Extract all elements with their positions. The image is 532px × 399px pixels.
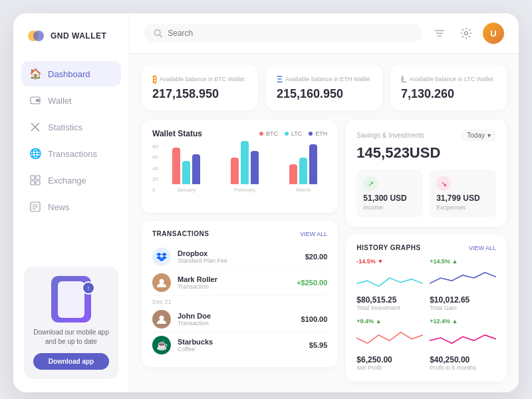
logo-text: GND WALLET xyxy=(51,31,106,41)
sidebar: GND WALLET 🏠 Dashboard Wallet xyxy=(13,13,130,392)
savings-amount: 145,523USD xyxy=(356,144,496,162)
search-bar[interactable] xyxy=(144,24,422,43)
header: U xyxy=(130,13,519,54)
sidebar-item-transactions[interactable]: 🌐 Transactions xyxy=(21,141,121,166)
download-app-button[interactable]: Download app xyxy=(33,353,109,370)
promo-text: Download our mobile app and be up to dat… xyxy=(33,328,109,346)
starbucks-avatar: ☕ xyxy=(152,336,171,354)
history-badge-2: +14.5% ▲ xyxy=(430,258,496,265)
promo-phone-illustration: ↑ xyxy=(51,276,91,323)
history-card: HISTORY GRAPHS VIEW ALL -14.5% ▼ xyxy=(346,235,507,382)
transaction-item-mark: Mark Roller Transaction +$250.00 xyxy=(152,270,327,296)
savings-dropdown[interactable]: Today ▾ xyxy=(462,129,496,142)
history-item-net-profit: +9.4% ▲ $6,250.00 Net Profit xyxy=(356,318,423,371)
eth-amount: 215,160.950 xyxy=(277,87,372,101)
svg-line-15 xyxy=(160,35,162,37)
ltc-balance-card: Ł Available balance in LTC Wallet 7,130.… xyxy=(390,65,507,110)
savings-card: Savings & Investments Today ▾ 145,523USD… xyxy=(346,120,507,227)
john-avatar xyxy=(152,310,171,329)
sidebar-item-label: Dashboard xyxy=(48,69,90,79)
svg-rect-9 xyxy=(36,181,40,185)
legend-eth: ETH xyxy=(309,130,327,137)
expense-label: Excpenses xyxy=(436,204,489,211)
mark-avatar xyxy=(152,273,171,292)
person-icon xyxy=(156,277,168,289)
transaction-item-dropbox: Dropbox Standard Plan Fee $20.00 xyxy=(152,244,327,270)
transactions-view-all[interactable]: VIEW ALL xyxy=(300,231,327,237)
chart-container: 80 60 40 20 0 xyxy=(152,144,327,203)
svg-rect-6 xyxy=(31,176,35,180)
transaction-item-john: John Doe Transaction $100.00 xyxy=(152,307,327,332)
mini-chart-4 xyxy=(430,326,496,350)
bar-btc-jan xyxy=(172,148,180,184)
sidebar-item-wallet[interactable]: Wallet xyxy=(21,88,121,113)
transactions-header: TRANSACTIONS VIEW ALL xyxy=(152,230,327,237)
history-badge-1: -14.5% ▼ xyxy=(356,258,423,265)
february-bars xyxy=(231,139,259,184)
expense-stat: ↘ 31,799 USD Excpenses xyxy=(430,170,496,217)
svg-rect-3 xyxy=(36,99,39,102)
sidebar-item-dashboard[interactable]: 🏠 Dashboard xyxy=(21,61,121,86)
btc-icon: ₿ xyxy=(152,74,157,84)
transactions-title: TRANSACTIONS xyxy=(152,230,209,237)
starbucks-icon: ☕ xyxy=(156,340,168,350)
home-icon: 🏠 xyxy=(29,68,41,80)
february-label: February xyxy=(234,187,255,193)
history-graphs: -14.5% ▼ $80,515.25 Total Investment xyxy=(356,258,496,371)
history-item-total-investment: -14.5% ▼ $80,515.25 Total Investment xyxy=(356,258,423,311)
content-area: ₿ Available balance in BTC Wallet 217,15… xyxy=(130,54,519,392)
history-header: HISTORY GRAPHS VIEW ALL xyxy=(356,244,496,251)
john-info: John Doe Transaction xyxy=(178,312,295,327)
svg-point-19 xyxy=(465,32,468,35)
income-stat: ↗ 51,300 USD Income xyxy=(356,170,423,217)
sidebar-item-news[interactable]: News xyxy=(21,194,121,219)
balance-cards: ₿ Available balance in BTC Wallet 217,15… xyxy=(142,65,507,110)
january-label: January xyxy=(177,187,196,193)
bar-ltc-jan xyxy=(182,161,190,184)
svg-point-21 xyxy=(160,316,164,321)
legend-dot-ltc xyxy=(285,132,289,136)
legend-btc: BTC xyxy=(259,130,278,137)
chart-title: Wallet Status xyxy=(152,129,202,138)
starbucks-info: Starbucks Coffee xyxy=(178,338,303,352)
mini-chart-1 xyxy=(356,266,423,290)
mini-chart-3 xyxy=(356,326,423,350)
left-column: Wallet Status BTC LTC xyxy=(142,120,338,382)
ltc-amount: 7,130.260 xyxy=(401,87,496,101)
history-amount-2: $10,012.65 xyxy=(430,295,496,305)
history-item-total-gain: +14.5% ▲ $10,012.65 Total Gain xyxy=(430,258,496,311)
wallet-status-card: Wallet Status BTC LTC xyxy=(142,120,338,213)
bottom-section: Wallet Status BTC LTC xyxy=(142,120,507,382)
person-icon xyxy=(156,313,168,325)
history-view-all[interactable]: VIEW ALL xyxy=(469,245,496,251)
history-label-3: Net Profit xyxy=(356,364,423,371)
month-march: March xyxy=(279,139,327,193)
ltc-icon: Ł xyxy=(401,74,407,84)
exchange-icon xyxy=(29,174,41,186)
btc-amount: 217,158.950 xyxy=(152,87,247,101)
tx-sub: Coffee xyxy=(178,346,303,352)
logo-icon xyxy=(27,27,45,45)
sidebar-nav: 🏠 Dashboard Wallet xyxy=(13,61,129,219)
phone-screen xyxy=(58,281,84,318)
sidebar-item-label: Transactions xyxy=(48,149,97,159)
history-label-2: Total Gain xyxy=(430,305,496,311)
sidebar-item-exchange[interactable]: Exchange xyxy=(21,168,121,193)
sidebar-item-statistics[interactable]: Statistics xyxy=(21,114,121,140)
search-input[interactable] xyxy=(168,29,412,38)
history-amount-4: $40,250.00 xyxy=(430,355,496,364)
avatar[interactable]: U xyxy=(483,23,504,44)
header-icons: U xyxy=(430,23,504,44)
settings-icon[interactable] xyxy=(456,23,476,43)
filter-icon[interactable] xyxy=(430,23,450,43)
history-title: HISTORY GRAPHS xyxy=(356,244,420,251)
income-amount: 51,300 USD xyxy=(363,194,416,203)
btc-label: ₿ Available balance in BTC Wallet xyxy=(152,74,247,84)
march-bars xyxy=(289,139,317,184)
chart-header: Wallet Status BTC LTC xyxy=(152,129,327,138)
transactions-icon: 🌐 xyxy=(29,148,41,160)
transactions-card: TRANSACTIONS VIEW ALL Dropbox xyxy=(142,221,338,367)
promo-badge: ↑ xyxy=(82,281,95,295)
svg-rect-8 xyxy=(31,181,35,185)
bar-eth-feb xyxy=(251,151,259,184)
